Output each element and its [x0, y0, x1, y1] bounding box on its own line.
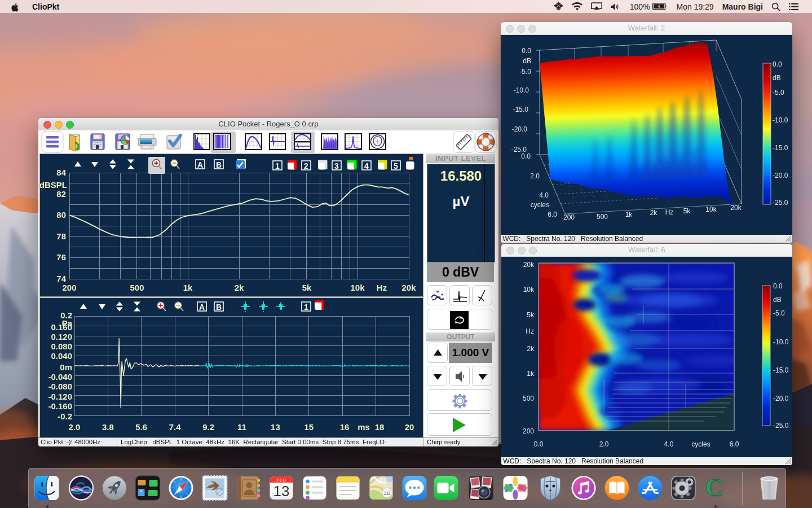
svg-text:cycles: cycles: [691, 440, 710, 448]
svg-text:6.0: 6.0: [730, 440, 739, 448]
svg-text:-20.0: -20.0: [512, 125, 528, 133]
svg-text:18: 18: [375, 422, 385, 432]
svg-text:2: 2: [304, 161, 308, 170]
svg-text:4.0: 4.0: [539, 191, 549, 199]
svg-text:Hz: Hz: [377, 283, 387, 292]
svg-text:0.120: 0.120: [51, 332, 72, 341]
svg-text:-25.0: -25.0: [773, 422, 789, 430]
svg-text:10k: 10k: [705, 205, 717, 213]
svg-text:76: 76: [56, 252, 66, 262]
svg-text:500: 500: [523, 395, 534, 402]
svg-text:-0.080: -0.080: [48, 382, 72, 391]
svg-text:cycles: cycles: [531, 201, 549, 209]
svg-text:10k: 10k: [523, 286, 535, 294]
svg-text:5k: 5k: [683, 207, 691, 215]
svg-text:-0.040: -0.040: [48, 372, 72, 382]
svg-text:0.160: 0.160: [51, 322, 72, 332]
svg-text:0.080: 0.080: [51, 341, 72, 351]
svg-text:dB: dB: [773, 296, 782, 304]
svg-text:4.0: 4.0: [664, 440, 674, 448]
svg-text:2.0: 2.0: [69, 422, 81, 432]
svg-text:-25.0: -25.0: [773, 199, 788, 207]
svg-text:B: B: [216, 303, 222, 312]
svg-text:2k: 2k: [650, 209, 658, 217]
svg-text:2.0: 2.0: [530, 172, 540, 180]
svg-text:dB: dB: [773, 74, 781, 82]
svg-text:-0.120: -0.120: [48, 392, 72, 401]
svg-text:5: 5: [394, 161, 398, 170]
svg-text:3.8: 3.8: [102, 422, 114, 432]
svg-text:20k: 20k: [730, 204, 742, 212]
svg-text:16: 16: [340, 422, 350, 432]
svg-text:-0.2: -0.2: [58, 411, 72, 421]
svg-text:-0.160: -0.160: [48, 401, 72, 411]
svg-text:0.0: 0.0: [522, 47, 531, 55]
svg-text:-20.0: -20.0: [773, 172, 788, 179]
svg-text:5.6: 5.6: [135, 422, 147, 432]
svg-text:-15.0: -15.0: [773, 366, 789, 374]
svg-text:13: 13: [271, 422, 280, 432]
svg-text:dBSPL: dBSPL: [40, 180, 67, 190]
svg-text:-5.0: -5.0: [519, 68, 531, 76]
svg-text:2k: 2k: [527, 345, 535, 353]
svg-text:20: 20: [405, 422, 414, 432]
svg-text:0.0: 0.0: [773, 282, 783, 290]
svg-text:A: A: [199, 303, 205, 312]
svg-text:20k: 20k: [523, 261, 535, 269]
svg-text:-5.0: -5.0: [773, 89, 784, 97]
svg-text:13: 13: [273, 483, 290, 500]
svg-text:11: 11: [237, 422, 246, 432]
svg-text:2k: 2k: [235, 283, 244, 292]
svg-text:0.040: 0.040: [51, 351, 72, 361]
svg-text:ms: ms: [358, 422, 370, 432]
svg-text:5k: 5k: [527, 311, 535, 319]
svg-text:7.4: 7.4: [169, 422, 182, 432]
svg-text:74: 74: [56, 274, 66, 283]
svg-text:80: 80: [56, 210, 66, 220]
svg-text:1: 1: [304, 303, 308, 312]
svg-text:-10.0: -10.0: [773, 116, 788, 124]
svg-text:9.2: 9.2: [202, 422, 214, 432]
svg-text:Hz: Hz: [526, 327, 534, 335]
svg-text:0.0: 0.0: [534, 440, 544, 448]
svg-text:B: B: [216, 160, 222, 169]
svg-text:5k: 5k: [302, 283, 312, 292]
svg-text:-20.0: -20.0: [773, 395, 789, 402]
svg-text:6.0: 6.0: [548, 211, 557, 218]
svg-text:FEB: FEB: [277, 478, 286, 483]
svg-text:1k: 1k: [183, 283, 193, 292]
svg-text:1: 1: [275, 161, 280, 170]
svg-text:2.0: 2.0: [599, 440, 609, 448]
svg-text:-15.0: -15.0: [513, 106, 529, 113]
svg-text:200: 200: [62, 283, 76, 292]
svg-text:3: 3: [334, 161, 339, 170]
svg-text:1k: 1k: [527, 370, 535, 378]
svg-text:500: 500: [597, 213, 608, 221]
svg-text:0.0: 0.0: [773, 60, 782, 68]
svg-text:dB: dB: [523, 57, 531, 65]
svg-text:78: 78: [56, 231, 66, 241]
svg-text:20k: 20k: [401, 283, 416, 292]
svg-text:1k: 1k: [625, 211, 633, 218]
svg-text:3D: 3D: [384, 491, 391, 496]
svg-text:C: C: [705, 474, 723, 501]
svg-text:200: 200: [523, 427, 534, 435]
svg-text:0.0: 0.0: [521, 152, 531, 160]
svg-text:Hz: Hz: [665, 208, 674, 216]
svg-text:-10.0: -10.0: [514, 86, 529, 94]
svg-text:10k: 10k: [350, 283, 365, 292]
svg-text:-5.0: -5.0: [773, 309, 785, 317]
svg-text:200: 200: [563, 213, 575, 221]
svg-text:-15.0: -15.0: [773, 144, 788, 152]
svg-text:500: 500: [130, 283, 144, 292]
svg-text:82: 82: [56, 189, 66, 199]
svg-text:A: A: [197, 160, 203, 169]
svg-text:15: 15: [304, 422, 314, 432]
svg-text:0m: 0m: [60, 362, 72, 372]
svg-text:4: 4: [364, 161, 369, 170]
svg-text:-10.0: -10.0: [773, 338, 789, 346]
svg-text:84: 84: [56, 168, 66, 177]
